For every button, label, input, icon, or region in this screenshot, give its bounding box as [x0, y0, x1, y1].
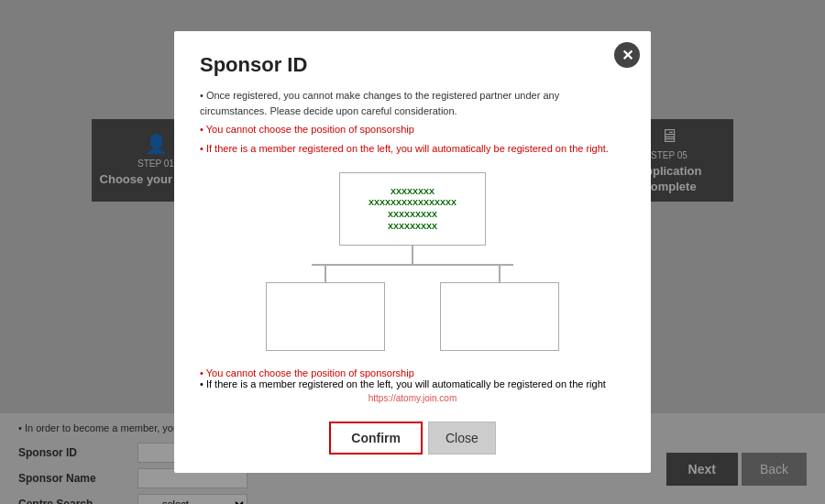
tree-bottom-node-right	[440, 282, 559, 351]
tree-top-node-content: XXXXXXXX XXXXXXXXXXXXXXXX XXXXXXXXX XXXX…	[368, 186, 456, 232]
tree-branch-line-right	[499, 264, 500, 282]
tree-branch-line-left	[324, 264, 326, 282]
modal-info-2: • You cannot choose the position of spon…	[200, 122, 625, 137]
modal-info-3: • If there is a member registered on the…	[200, 141, 625, 157]
close-button[interactable]: Close	[428, 422, 496, 455]
tree-diagram: XXXXXXXX XXXXXXXXXXXXXXXX XXXXXXXXX XXXX…	[200, 172, 625, 351]
tree-top-node: XXXXXXXX XXXXXXXXXXXXXXXX XXXXXXXXX XXXX…	[339, 172, 486, 246]
tree-horiz-row	[266, 264, 559, 351]
modal-overlay: ✕ Sponsor ID • Once registered, you cann…	[0, 0, 825, 504]
modal-close-button[interactable]: ✕	[614, 42, 640, 68]
tree-branch-left	[266, 264, 385, 351]
modal-info-1: • Once registered, you cannot make chang…	[200, 88, 625, 118]
modal-bottom-note-1: • You cannot choose the position of spon…	[200, 367, 625, 378]
sponsor-id-modal: ✕ Sponsor ID • Once registered, you cann…	[174, 31, 651, 473]
watermark: https://atomy.join.com	[200, 393, 625, 403]
tree-branch-right	[440, 264, 559, 351]
modal-bottom-note-2: • If there is a member registered on the…	[200, 378, 625, 389]
tree-bottom-node-left	[266, 282, 385, 351]
tree-horiz-line	[312, 264, 513, 266]
confirm-button[interactable]: Confirm	[329, 422, 423, 455]
modal-title: Sponsor ID	[200, 53, 625, 77]
modal-bottom-notes: • You cannot choose the position of spon…	[200, 367, 625, 389]
tree-vert-line-top	[412, 246, 413, 264]
modal-actions: Confirm Close	[200, 422, 625, 455]
